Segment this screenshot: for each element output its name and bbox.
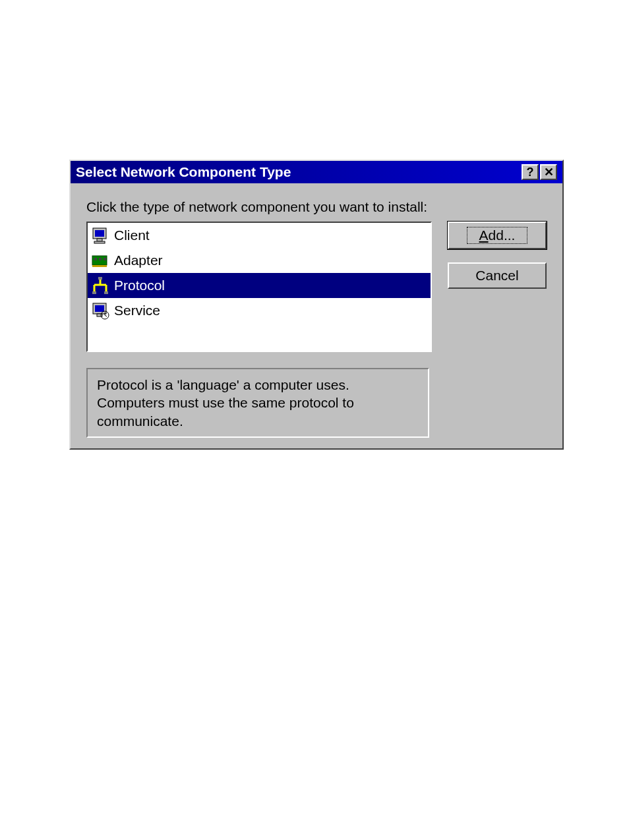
cancel-label: Cancel — [475, 268, 518, 283]
add-button[interactable]: Add... — [448, 222, 547, 249]
svg-rect-9 — [92, 291, 96, 294]
add-label-rest: dd... — [489, 227, 516, 243]
add-underline: A — [479, 227, 489, 243]
list-item-label: Protocol — [114, 278, 165, 293]
help-icon: ? — [527, 166, 534, 178]
titlebar[interactable]: Select Network Component Type ? ✕ — [71, 161, 562, 183]
list-item-protocol[interactable]: Protocol — [88, 273, 431, 298]
description-box: Protocol is a 'language' a computer uses… — [86, 368, 429, 438]
svg-rect-13 — [95, 305, 104, 312]
svg-rect-1 — [95, 230, 104, 237]
protocol-icon — [89, 274, 111, 297]
close-button[interactable]: ✕ — [540, 164, 557, 180]
titlebar-buttons: ? ✕ — [520, 164, 557, 180]
svg-rect-8 — [92, 265, 107, 267]
instruction-text: Click the type of network component you … — [86, 199, 547, 215]
svg-rect-3 — [94, 241, 105, 243]
main-area: Client Adapter — [86, 222, 547, 352]
description-text: Protocol is a 'language' a computer uses… — [97, 377, 354, 429]
adapter-icon — [89, 249, 111, 272]
service-icon — [89, 299, 111, 322]
svg-rect-5 — [94, 258, 97, 260]
dialog-title: Select Network Component Type — [76, 164, 291, 180]
dialog-body: Click the type of network component you … — [71, 183, 562, 448]
close-icon: ✕ — [544, 166, 554, 178]
cancel-button[interactable]: Cancel — [448, 262, 547, 289]
svg-rect-7 — [104, 258, 106, 260]
button-column: Add... Cancel — [448, 222, 547, 289]
svg-rect-2 — [97, 239, 102, 241]
list-item-adapter[interactable]: Adapter — [88, 248, 431, 273]
list-item-label: Service — [114, 303, 160, 318]
help-button[interactable]: ? — [522, 164, 539, 180]
svg-rect-14 — [97, 314, 102, 316]
list-item-service[interactable]: Service — [88, 298, 431, 323]
svg-rect-10 — [104, 291, 108, 294]
client-icon — [89, 224, 111, 247]
svg-rect-11 — [98, 277, 102, 280]
component-type-listbox[interactable]: Client Adapter — [86, 222, 432, 352]
list-item-client[interactable]: Client — [88, 223, 431, 248]
dialog-select-network-component-type: Select Network Component Type ? ✕ Click … — [69, 160, 564, 450]
list-item-label: Adapter — [114, 253, 163, 268]
svg-rect-6 — [99, 258, 102, 260]
list-item-label: Client — [114, 227, 150, 243]
